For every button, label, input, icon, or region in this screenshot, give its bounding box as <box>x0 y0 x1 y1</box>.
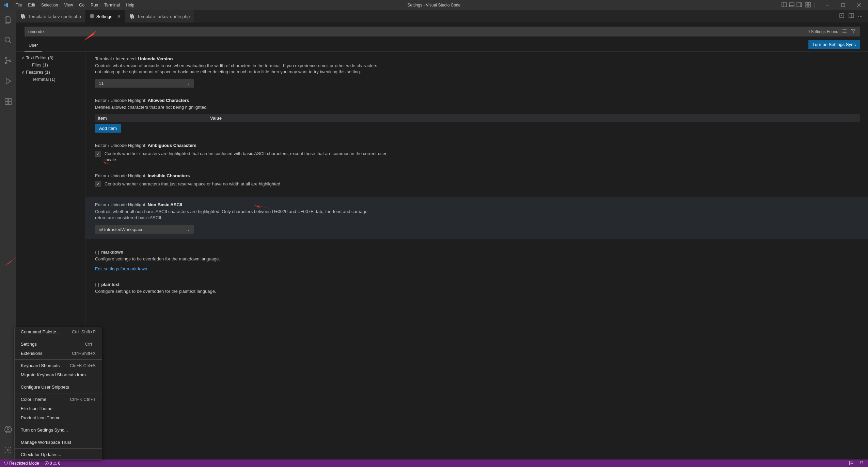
filter-icon[interactable] <box>851 28 856 35</box>
svg-point-14 <box>5 37 10 42</box>
edit-markdown-link[interactable]: Edit settings for markdown <box>95 266 147 271</box>
settings-sync-button[interactable]: Turn on Settings Sync <box>808 40 860 49</box>
tab-label: Template-tarkov-quete.php <box>28 14 81 19</box>
menu-color-theme[interactable]: Color ThemeCtrl+K Ctrl+T <box>15 395 102 404</box>
toc-files[interactable]: Files (1) <box>21 61 85 69</box>
annotation-arrow-icon <box>102 160 117 169</box>
maximize-button[interactable] <box>835 0 851 10</box>
svg-point-25 <box>7 449 9 451</box>
annotation-arrow-icon <box>254 203 274 213</box>
chevron-down-icon: ⌄ <box>187 227 190 232</box>
layout-panel-icon[interactable] <box>788 2 795 9</box>
accounts-icon[interactable] <box>0 423 16 436</box>
braces-icon: { } <box>95 250 99 255</box>
svg-rect-19 <box>5 99 8 101</box>
svg-rect-21 <box>9 102 11 105</box>
svg-rect-9 <box>808 5 810 7</box>
setting-unicode-version: Terminal › Integrated: Unicode Version C… <box>95 56 860 88</box>
menu-command-palette[interactable]: Command Palette...Ctrl+Shift+P <box>15 327 102 336</box>
extensions-icon[interactable] <box>0 95 16 108</box>
customize-layout-icon[interactable] <box>804 2 812 9</box>
status-problems[interactable]: ⓧ 0 ⚠ 0 <box>45 461 60 466</box>
menu-product-icon-theme[interactable]: Product Icon Theme <box>15 413 102 422</box>
open-changes-icon[interactable] <box>839 13 845 20</box>
status-bar: 🛡 Restricted Mode ⓧ 0 ⚠ 0 <box>0 460 868 467</box>
menu-settings[interactable]: SettingsCtrl+, <box>15 340 102 349</box>
php-icon: 🐘 <box>20 14 26 19</box>
setting-language-markdown: { } markdown Configure settings to be ov… <box>95 250 860 272</box>
svg-line-15 <box>9 41 11 43</box>
menu-view[interactable]: View <box>61 0 76 10</box>
run-debug-icon[interactable] <box>0 74 16 88</box>
minimize-button[interactable] <box>820 0 835 10</box>
menu-go[interactable]: Go <box>76 0 88 10</box>
unicode-version-select[interactable]: 11⌄ <box>95 79 194 88</box>
svg-point-17 <box>5 62 7 64</box>
menu-help[interactable]: Help <box>123 0 138 10</box>
layout-sidebar-left-icon[interactable] <box>780 2 788 9</box>
search-icon[interactable] <box>0 33 16 47</box>
invisible-checkbox[interactable]: ✓ <box>95 181 101 187</box>
svg-point-16 <box>5 58 7 59</box>
svg-point-18 <box>10 60 11 62</box>
source-control-icon[interactable] <box>0 54 16 67</box>
ambiguous-checkbox[interactable]: ✓ <box>95 151 101 157</box>
chevron-down-icon: ⌄ <box>187 81 190 86</box>
settings-found-count: 9 Settings Found <box>807 29 838 34</box>
menubar: File Edit Selection View Go Run Terminal… <box>12 0 137 10</box>
settings-icon <box>90 14 94 19</box>
tab-label: Template-tarkov-quête.php <box>137 14 190 19</box>
add-item-button[interactable]: Add Item <box>95 124 121 133</box>
annotation-arrow-icon <box>83 31 97 42</box>
menu-keyboard-shortcuts[interactable]: Keyboard ShortcutsCtrl+K Ctrl+S <box>15 361 102 370</box>
scope-tab-user[interactable]: User <box>25 40 42 51</box>
menu-terminal[interactable]: Terminal <box>101 0 123 10</box>
close-button[interactable] <box>851 0 867 10</box>
toc-text-editor[interactable]: ∨Text Editor (8) <box>21 54 85 61</box>
explorer-icon[interactable] <box>0 13 16 27</box>
svg-rect-7 <box>808 2 810 4</box>
menu-run[interactable]: Run <box>88 0 101 10</box>
menu-migrate-shortcuts[interactable]: Migrate Keyboard Shortcuts from... <box>15 370 102 379</box>
menu-check-updates[interactable]: Check for Updates... <box>15 450 102 459</box>
setting-invisible-characters: Editor › Unicode Highlight: Invisible Ch… <box>95 173 860 187</box>
menu-extensions[interactable]: ExtensionsCtrl+Shift+X <box>15 349 102 358</box>
svg-rect-8 <box>806 5 808 7</box>
toc-features[interactable]: ∨Features (1) <box>21 69 85 76</box>
split-editor-icon[interactable] <box>849 13 854 20</box>
editor-tabs: 🐘 Template-tarkov-quete.php Settings ✕ 🐘… <box>16 10 868 22</box>
svg-rect-2 <box>789 3 794 7</box>
activity-bar <box>0 10 16 460</box>
status-bell-icon[interactable] <box>859 461 864 466</box>
tab-file-1[interactable]: 🐘 Template-tarkov-quete.php <box>16 10 85 22</box>
settings-search[interactable]: 9 Settings Found <box>25 27 860 36</box>
menu-edit[interactable]: Edit <box>25 0 38 10</box>
more-actions-icon[interactable]: ··· <box>858 13 863 19</box>
manage-gear-icon[interactable] <box>0 443 16 457</box>
svg-rect-6 <box>806 2 808 4</box>
tab-settings[interactable]: Settings ✕ <box>85 10 125 22</box>
svg-rect-20 <box>5 102 8 105</box>
php-icon: 🐘 <box>129 14 135 19</box>
clear-search-icon[interactable] <box>842 28 847 35</box>
layout-sidebar-right-icon[interactable] <box>795 2 803 9</box>
status-restricted-mode[interactable]: 🛡 Restricted Mode <box>4 461 39 466</box>
tab-file-2[interactable]: 🐘 Template-tarkov-quête.php <box>125 10 194 22</box>
menu-file[interactable]: File <box>12 0 25 10</box>
window-title: Settings - Visual Studio Code <box>408 3 461 7</box>
toc-terminal[interactable]: Terminal (1) <box>21 76 85 83</box>
setting-allowed-characters: Editor › Unicode Highlight: Allowed Char… <box>95 98 860 132</box>
status-feedback-icon[interactable] <box>849 461 854 466</box>
search-input[interactable] <box>28 29 807 34</box>
non-basic-ascii-select[interactable]: inUntrustedWorkspace⌄ <box>95 225 194 234</box>
svg-point-24 <box>7 427 9 430</box>
vscode-logo-icon <box>0 2 12 8</box>
menu-file-icon-theme[interactable]: File Icon Theme <box>15 404 102 413</box>
menu-workspace-trust[interactable]: Manage Workspace Trust <box>15 438 102 447</box>
menu-user-snippets[interactable]: Configure User Snippets <box>15 382 102 392</box>
menu-settings-sync[interactable]: Turn on Settings Sync... <box>15 425 102 435</box>
annotation-arrow-icon <box>5 256 17 268</box>
close-icon[interactable]: ✕ <box>117 14 121 19</box>
svg-rect-22 <box>9 99 11 101</box>
menu-selection[interactable]: Selection <box>38 0 61 10</box>
